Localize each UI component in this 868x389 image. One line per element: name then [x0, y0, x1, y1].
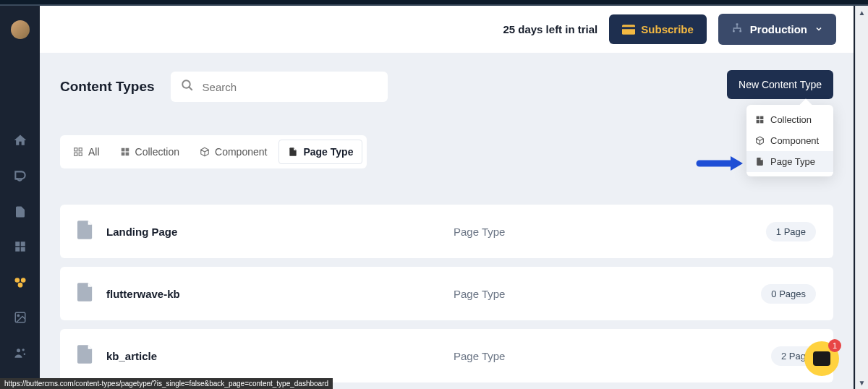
svg-rect-15	[733, 30, 735, 33]
svg-rect-13	[622, 27, 635, 29]
filter-component[interactable]: Component	[191, 140, 276, 163]
pages-icon[interactable]	[14, 205, 27, 218]
svg-point-5	[20, 278, 25, 283]
search-input[interactable]	[203, 81, 378, 93]
dropdown-item-component[interactable]: Component	[746, 130, 833, 151]
filter-bar: All Collection Component Page Type	[60, 135, 367, 168]
svg-point-6	[17, 283, 22, 288]
dropdown-item-page-type[interactable]: Page Type	[746, 151, 833, 172]
filter-collection[interactable]: Collection	[111, 140, 188, 163]
chevron-down-icon	[814, 23, 823, 35]
arrow-annotation	[696, 154, 746, 176]
list-item-type: Page Type	[454, 226, 766, 238]
scroll-up-button[interactable]: ▲	[856, 6, 868, 19]
main-content: 25 days left in trial Subscribe Producti…	[40, 6, 854, 389]
list-item[interactable]: flutterwave-kb Page Type 0 Pages	[60, 267, 833, 320]
scroll-down-button[interactable]: ▼	[856, 376, 868, 389]
svg-rect-24	[79, 153, 82, 155]
new-content-type-dropdown: Collection Component Page Type	[746, 105, 833, 176]
content-types-icon[interactable]	[13, 275, 27, 289]
list-item-name: Landing Page	[106, 226, 454, 238]
svg-rect-16	[739, 30, 741, 33]
chat-notification-badge: 1	[828, 339, 841, 352]
page-title: Content Types	[60, 79, 155, 95]
new-content-type-button[interactable]: New Content Type	[727, 70, 833, 99]
svg-point-4	[14, 278, 20, 283]
trial-status: 25 days left in trial	[503, 23, 597, 35]
svg-rect-23	[79, 148, 82, 151]
svg-rect-18	[757, 116, 760, 119]
media-icon[interactable]	[14, 311, 27, 324]
list-item-count: 0 Pages	[761, 284, 816, 304]
window-top-bar	[0, 0, 868, 6]
svg-rect-26	[121, 148, 124, 152]
svg-rect-14	[736, 23, 738, 25]
network-icon	[731, 22, 743, 36]
page-icon	[77, 283, 93, 304]
sidebar	[0, 6, 40, 389]
svg-rect-21	[760, 120, 763, 123]
list-item-type: Page Type	[454, 350, 771, 362]
svg-rect-25	[75, 153, 77, 155]
svg-rect-3	[20, 247, 25, 252]
svg-rect-29	[125, 153, 129, 156]
users-icon[interactable]	[13, 346, 27, 360]
subscribe-button[interactable]: Subscribe	[609, 14, 707, 44]
svg-rect-28	[121, 153, 124, 156]
list-item-type: Page Type	[454, 288, 761, 300]
page-icon	[77, 221, 93, 242]
page-icon	[77, 345, 93, 367]
home-icon[interactable]	[13, 133, 27, 148]
svg-rect-22	[75, 148, 77, 151]
list-item-count: 1 Page	[766, 222, 816, 241]
list-item-name: flutterwave-kb	[106, 288, 454, 300]
header: 25 days left in trial Subscribe Producti…	[40, 6, 854, 53]
blog-icon[interactable]	[13, 169, 27, 184]
content-area: Content Types New Content Type Collectio…	[40, 53, 854, 389]
svg-rect-2	[15, 247, 20, 252]
svg-rect-0	[15, 241, 20, 246]
svg-point-10	[22, 349, 24, 351]
list-item[interactable]: kb_article Page Type 2 Pag	[60, 329, 833, 382]
svg-rect-12	[622, 25, 635, 35]
svg-point-9	[17, 349, 20, 352]
environment-button[interactable]: Production	[718, 14, 836, 45]
credit-card-icon	[622, 25, 635, 35]
list-item-name: kb_article	[106, 350, 454, 362]
filter-page-type[interactable]: Page Type	[278, 140, 362, 164]
dropdown-item-collection[interactable]: Collection	[746, 109, 833, 130]
svg-point-17	[182, 80, 190, 88]
chat-widget[interactable]: 1	[804, 341, 839, 376]
filter-all[interactable]: All	[64, 140, 109, 163]
svg-point-11	[23, 353, 25, 355]
svg-rect-1	[20, 241, 25, 246]
svg-point-8	[17, 315, 19, 316]
list-item[interactable]: Landing Page Page Type 1 Page	[60, 205, 833, 258]
svg-rect-20	[757, 120, 760, 123]
search-icon	[181, 79, 194, 95]
chat-icon	[813, 351, 830, 366]
collections-icon[interactable]	[14, 240, 27, 253]
scrollbar[interactable]: ▲ ▼	[855, 6, 868, 389]
content-types-list: Landing Page Page Type 1 Page flutterwav…	[60, 205, 833, 382]
status-bar-url: https://buttercms.com/content-types/page…	[0, 378, 333, 389]
avatar[interactable]	[11, 20, 30, 39]
svg-rect-19	[760, 116, 763, 119]
search-box[interactable]	[171, 72, 388, 102]
svg-rect-27	[125, 148, 129, 152]
